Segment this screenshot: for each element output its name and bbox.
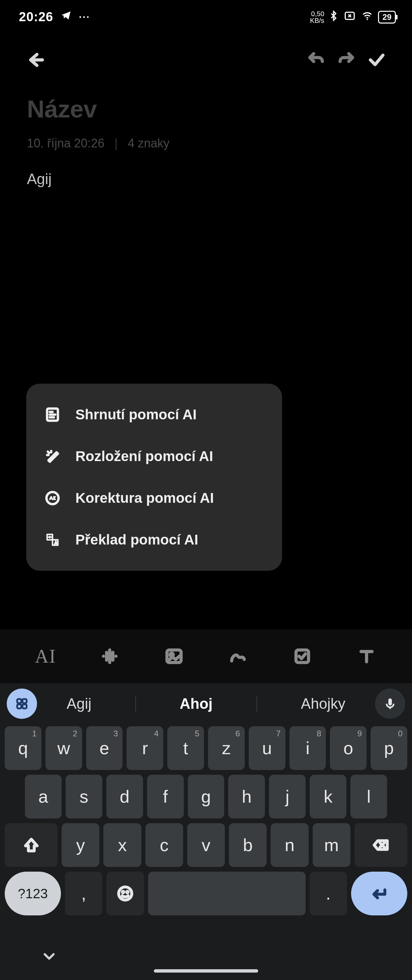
svg-point-13 (122, 891, 124, 893)
key-k[interactable]: k (310, 775, 346, 818)
note-body: Název 10. října 20:26 | 4 znaky Agij (0, 85, 412, 188)
svg-rect-10 (22, 705, 27, 708)
popup-item-label: Rozložení pomocí AI (75, 448, 213, 465)
app-header (0, 31, 412, 85)
key-a[interactable]: a (25, 775, 62, 818)
translate-icon (43, 530, 62, 549)
keyboard-collapse-icon[interactable] (40, 948, 58, 967)
ai-translate-option[interactable]: Překlad pomocí AI (26, 519, 282, 561)
enter-key[interactable] (351, 872, 407, 915)
comma-key[interactable]: , (65, 872, 102, 915)
backspace-key[interactable] (355, 823, 407, 867)
keyboard-suggestion-bar: Agij Ahoj Ahojky (0, 683, 412, 724)
ai-popup-menu: Shrnutí pomocí AI Rozložení pomocí AI Ko… (26, 383, 282, 571)
voice-toolbar-button[interactable] (89, 636, 130, 676)
key-l[interactable]: l (350, 775, 387, 818)
svg-rect-9 (17, 705, 21, 708)
home-indicator[interactable] (154, 969, 258, 973)
svg-rect-7 (17, 699, 21, 703)
key-f[interactable]: f (147, 775, 184, 818)
key-i[interactable]: i8 (290, 726, 326, 770)
note-title-placeholder[interactable]: Název (27, 95, 385, 123)
summary-icon (43, 405, 62, 424)
back-button[interactable] (20, 45, 51, 75)
key-g[interactable]: g (188, 775, 224, 818)
key-w[interactable]: w2 (45, 726, 82, 770)
svg-rect-8 (22, 699, 27, 703)
key-z[interactable]: z6 (208, 726, 245, 770)
svg-point-14 (127, 891, 128, 893)
note-content[interactable]: Agij (27, 170, 385, 188)
checklist-toolbar-button[interactable] (282, 636, 323, 676)
key-e[interactable]: e3 (86, 726, 123, 770)
svg-rect-11 (388, 698, 392, 705)
key-d[interactable]: d (107, 775, 143, 818)
key-q[interactable]: q1 (5, 726, 41, 770)
telegram-icon (60, 10, 72, 25)
ai-layout-option[interactable]: Rozložení pomocí AI (26, 436, 282, 477)
suggestion-separator (135, 695, 136, 712)
keyboard-row-3: yxcvbnm (5, 823, 407, 867)
keyboard-row-1: q1w2e3r4t5z6u7i8o9p0 (5, 726, 407, 770)
key-x[interactable]: x (103, 823, 141, 867)
key-y[interactable]: y (62, 823, 99, 867)
redo-button[interactable] (331, 45, 361, 75)
key-r[interactable]: r4 (127, 726, 163, 770)
key-v[interactable]: v (187, 823, 225, 867)
keyboard-apps-button[interactable] (7, 689, 37, 719)
keyboard-suggestion[interactable]: Ahojky (291, 692, 355, 716)
space-key[interactable] (148, 872, 305, 915)
key-m[interactable]: m (313, 823, 350, 867)
navigation-bar (0, 936, 412, 980)
mode-switch-key[interactable]: ?123 (5, 872, 61, 915)
suggestion-separator (256, 695, 257, 712)
key-u[interactable]: u7 (249, 726, 285, 770)
ai-toolbar-button[interactable]: AI (25, 636, 66, 676)
battery-indicator: 29 (378, 11, 396, 24)
key-j[interactable]: j (269, 775, 305, 818)
ai-summary-option[interactable]: Shrnutí pomocí AI (26, 394, 282, 436)
text-format-toolbar-button[interactable] (346, 636, 387, 676)
proofread-icon (43, 488, 62, 508)
undo-button[interactable] (301, 45, 331, 75)
meta-separator: | (115, 136, 118, 150)
status-network-speed: 0,50 KB/s (310, 10, 324, 24)
sim-error-icon (343, 10, 356, 24)
note-date: 10. října 20:26 (27, 136, 104, 150)
keyboard: Agij Ahoj Ahojky q1w2e3r4t5z6u7i8o9p0 as… (0, 683, 412, 980)
shift-key[interactable] (5, 823, 57, 867)
keyboard-row-2: asdfghjkl (5, 775, 407, 818)
keyboard-suggestion[interactable]: Agij (57, 692, 101, 716)
keyboard-mic-button[interactable] (375, 689, 405, 719)
keyboard-row-4: ?123 , . (5, 872, 407, 915)
key-b[interactable]: b (229, 823, 267, 867)
key-h[interactable]: h (228, 775, 265, 818)
key-o[interactable]: o9 (330, 726, 367, 770)
key-s[interactable]: s (66, 775, 102, 818)
bluetooth-icon (328, 10, 339, 24)
key-t[interactable]: t5 (167, 726, 204, 770)
key-c[interactable]: c (145, 823, 183, 867)
keyboard-suggestion[interactable]: Ahoj (170, 692, 223, 716)
popup-item-label: Shrnutí pomocí AI (75, 407, 197, 423)
key-p[interactable]: p0 (371, 726, 407, 770)
ai-proofread-option[interactable]: Korektura pomocí AI (26, 477, 282, 519)
status-bar: 20:26 ··· 0,50 KB/s 29 (0, 0, 412, 31)
popup-item-label: Korektura pomocí AI (75, 490, 214, 506)
more-icon: ··· (79, 11, 90, 23)
image-toolbar-button[interactable] (154, 636, 194, 676)
wifi-icon (361, 10, 374, 24)
key-n[interactable]: n (270, 823, 308, 867)
period-key[interactable]: . (310, 872, 347, 915)
note-toolbar: AI (0, 629, 412, 683)
magic-wand-icon (43, 447, 62, 466)
emoji-key[interactable] (107, 872, 144, 915)
status-clock: 20:26 (19, 10, 53, 24)
svg-point-1 (367, 19, 368, 20)
popup-item-label: Překlad pomocí AI (75, 532, 198, 548)
note-char-count: 4 znaky (128, 136, 170, 150)
confirm-button[interactable] (361, 45, 392, 75)
draw-toolbar-button[interactable] (218, 636, 258, 676)
